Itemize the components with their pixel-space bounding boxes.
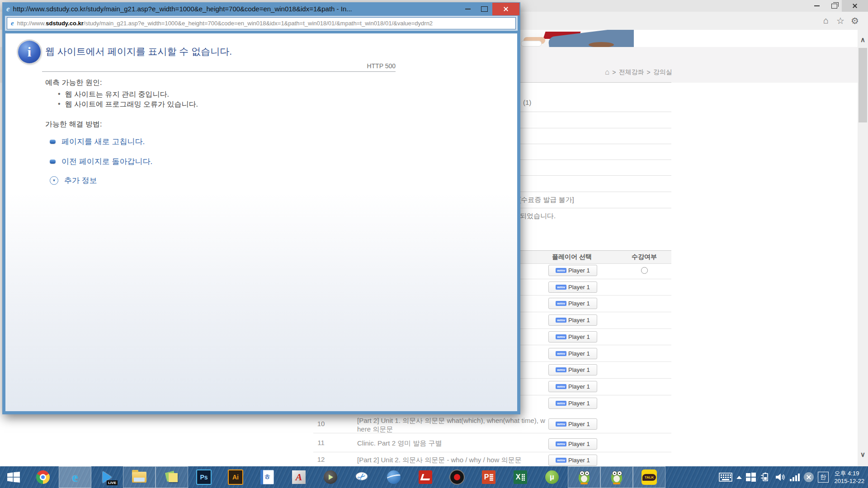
start-button[interactable] [0, 466, 27, 488]
touch-keyboard-button[interactable] [719, 473, 732, 482]
autocad-icon: A [292, 470, 306, 484]
taskbar-hangul-office[interactable]: ㅎ [251, 466, 283, 488]
more-info-expander[interactable]: ▼ 추가 정보 [50, 175, 97, 186]
gom-player-icon [324, 470, 337, 484]
player-button-label: Player 1 [568, 383, 590, 390]
globe-icon [387, 470, 401, 484]
taskbar-gom-player[interactable] [315, 466, 346, 488]
taskbar-utorrent[interactable]: µ [536, 466, 568, 488]
player-button-label: Player 1 [568, 333, 590, 340]
player-button[interactable]: wmvPlayer 1 [548, 438, 597, 450]
player-button[interactable]: wmvPlayer 1 [548, 455, 597, 466]
divider [313, 452, 671, 452]
cause-item: • 웹 사이트에 프로그래밍 오류가 있습니다. [58, 100, 198, 109]
column-header-player: 플레이어 선택 [533, 253, 610, 261]
popup-window: e http://www.sdstudy.co.kr/study/main_g2… [2, 2, 520, 414]
taskbar-chrome[interactable] [27, 466, 59, 488]
breadcrumb-home-icon[interactable]: ⌂ [605, 68, 609, 77]
restore-icon [831, 4, 837, 9]
player-button[interactable]: wmvPlayer 1 [548, 348, 597, 359]
popup-address-bar: e http://www.sdstudy.co.kr/study/main_g2… [5, 16, 518, 31]
wmv-badge: wmv [556, 318, 566, 323]
taskbar-sketchup[interactable] [410, 466, 441, 488]
address-input[interactable]: e http://www.sdstudy.co.kr/study/main_g2… [7, 17, 516, 29]
photoshop-icon: Ps [196, 469, 212, 485]
player-button[interactable]: wmvPlayer 1 [548, 364, 597, 375]
player-button[interactable]: wmvPlayer 1 [548, 398, 597, 409]
minimize-icon [814, 5, 820, 6]
internet-explorer-icon: e [72, 469, 78, 485]
ime-korean-indicator[interactable]: 한 [818, 472, 829, 483]
taskbar-autocad[interactable]: A [283, 466, 315, 488]
bg-minimize-button[interactable] [809, 0, 825, 12]
power-tray-button[interactable] [760, 473, 771, 482]
taskbar-mascot-app-2[interactable] [600, 466, 633, 488]
taskbar-bandicam[interactable] [441, 466, 473, 488]
taskbar-sticky-notes[interactable] [156, 466, 188, 488]
row-number: 11 [313, 439, 329, 446]
status-tray-button[interactable] [804, 472, 814, 482]
popup-close-button[interactable] [492, 3, 519, 15]
ie-favicon: e [6, 5, 10, 14]
speaker-icon [775, 473, 786, 482]
popup-minimize-button[interactable] [460, 2, 476, 15]
taskbar-clock[interactable]: 오후 4:19 2015-12-22 [833, 469, 865, 485]
solutions-title: 가능한 해결 방법: [45, 120, 102, 129]
player-button[interactable]: wmvPlayer 1 [548, 381, 597, 392]
go-back-link[interactable]: 이전 페이지로 돌아갑니다. [50, 156, 152, 167]
taskbar-google-earth[interactable] [378, 466, 410, 488]
taskbar-kakaotalk[interactable]: TALK [633, 466, 665, 488]
course-title: [Part 2] Unit 2. 의문사 의문문 - who / why / h… [357, 455, 547, 464]
wmv-badge: wmv [556, 334, 566, 339]
taskbar-capture-tool[interactable]: ✂ [346, 466, 378, 488]
sketchup-icon [419, 470, 432, 484]
action-center-button[interactable] [746, 473, 756, 482]
banner-sandal [521, 41, 542, 47]
player-button[interactable]: wmvPlayer 1 [548, 282, 597, 293]
scrollbar-thumb[interactable] [859, 48, 867, 122]
taskbar-excel[interactable]: X [505, 466, 536, 488]
blue-bullet-icon [50, 140, 56, 144]
network-tray-button[interactable] [790, 473, 800, 481]
scrollbar-up-arrow[interactable]: ∧ [858, 36, 868, 43]
taskbar-powerpoint[interactable]: P [473, 466, 505, 488]
taskbar-file-explorer[interactable] [123, 466, 156, 488]
popup-maximize-button[interactable] [476, 2, 492, 15]
excel-letter: X [516, 473, 521, 481]
taskbar-internet-explorer[interactable]: e [59, 466, 91, 488]
player-button[interactable]: wmvPlayer 1 [548, 418, 597, 430]
scissors-glyph: ✂ [355, 470, 369, 484]
bg-close-button[interactable] [842, 0, 868, 12]
gear-icon[interactable]: ⚙ [850, 15, 860, 26]
bg-restore-button[interactable] [826, 0, 842, 12]
chevron-down-icon: ▼ [50, 176, 58, 185]
taskbar-mascot-app-1[interactable] [568, 466, 600, 488]
cause-item: • 웹 사이트는 유지 관리 중입니다. [58, 90, 169, 99]
player-button[interactable]: wmvPlayer 1 [548, 265, 597, 276]
battery-plug-icon [760, 473, 771, 482]
player-button[interactable]: wmvPlayer 1 [548, 298, 597, 309]
taskbar-live-player[interactable]: LIVE [91, 466, 123, 488]
player-button-label: Player 1 [568, 457, 590, 464]
player-button[interactable]: wmvPlayer 1 [548, 331, 597, 343]
breadcrumb-item-all-courses[interactable]: 전체강좌 [618, 68, 644, 76]
player-button-label: Player 1 [568, 421, 590, 427]
scrollbar-down-arrow[interactable]: ∨ [858, 451, 868, 458]
home-icon[interactable]: ⌂ [821, 15, 831, 26]
popup-titlebar: e http://www.sdstudy.co.kr/study/main_g2… [2, 2, 520, 15]
cause-text: 웹 사이트에 프로그래밍 오류가 있습니다. [65, 100, 198, 109]
favorites-star-icon[interactable]: ☆ [835, 15, 845, 26]
scissors-icon: ✂ [355, 470, 369, 484]
wmv-badge: wmv [556, 301, 566, 306]
maximize-icon [481, 6, 488, 12]
hangul-icon: ㅎ [260, 470, 274, 484]
player-button[interactable]: wmvPlayer 1 [548, 314, 597, 326]
taskbar-photoshop[interactable]: Ps [188, 466, 220, 488]
url-prefix: http://www. [17, 20, 46, 27]
x-circle-icon [804, 472, 814, 482]
breadcrumb-item-classroom[interactable]: 강의실 [653, 68, 672, 76]
taskbar-illustrator[interactable]: Ai [220, 466, 251, 488]
volume-tray-button[interactable] [775, 473, 786, 482]
show-hidden-icons-button[interactable] [736, 476, 742, 479]
refresh-page-link[interactable]: 페이지를 새로 고칩니다. [50, 136, 145, 147]
